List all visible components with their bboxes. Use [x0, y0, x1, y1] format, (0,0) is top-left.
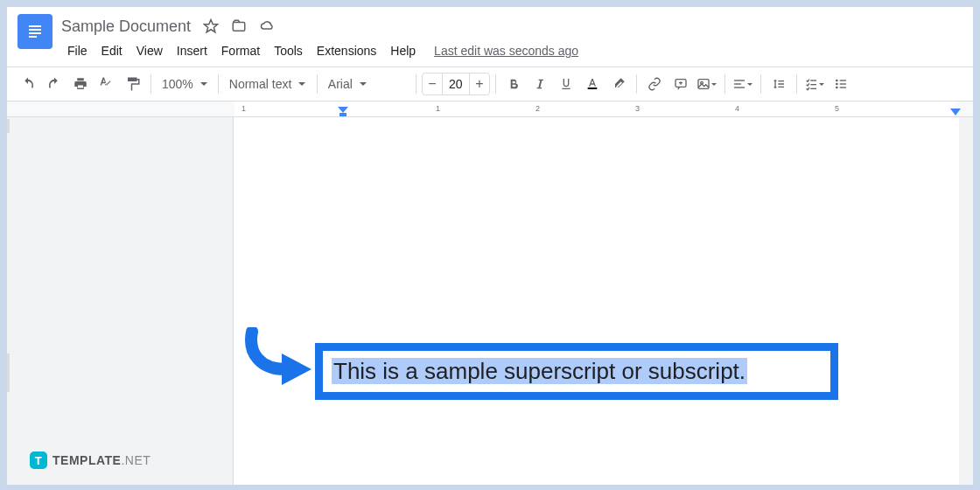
svg-rect-9 [698, 80, 709, 89]
highlight-icon[interactable] [606, 72, 631, 96]
svg-marker-25 [950, 108, 961, 116]
svg-point-19 [836, 87, 838, 89]
svg-marker-26 [282, 354, 312, 385]
canvas: This is a sample superscript or subscrip… [7, 117, 973, 485]
undo-icon[interactable] [16, 72, 40, 96]
image-icon[interactable] [695, 72, 719, 96]
zoom-value: 100% [162, 77, 193, 91]
ruler-tick: 2 [536, 104, 540, 113]
menu-extensions[interactable]: Extensions [311, 40, 382, 61]
svg-marker-5 [205, 20, 218, 32]
bold-icon[interactable] [501, 72, 526, 96]
zoom-dropdown[interactable]: 100% [157, 72, 213, 96]
vertical-guide [7, 354, 10, 392]
ruler-tick: 5 [835, 104, 839, 113]
font-size-input[interactable]: 20 [442, 74, 470, 94]
align-icon[interactable] [731, 72, 755, 96]
indent-marker[interactable] [338, 107, 348, 117]
ruler-tick: 1 [242, 104, 246, 113]
comment-icon[interactable] [668, 72, 693, 96]
svg-rect-11 [734, 80, 745, 80]
menu-tools[interactable]: Tools [268, 40, 309, 61]
menu-insert[interactable]: Insert [171, 40, 214, 61]
vertical-guide [7, 119, 10, 133]
watermark: T TEMPLATE.NET [30, 452, 150, 469]
font-dropdown[interactable]: Arial [323, 72, 410, 96]
svg-rect-3 [29, 32, 41, 34]
checklist-icon[interactable] [802, 72, 827, 96]
underline-icon[interactable] [554, 72, 578, 96]
doc-title[interactable]: Sample Document [61, 18, 191, 36]
style-dropdown[interactable]: Normal text [224, 72, 312, 96]
svg-rect-12 [734, 83, 741, 84]
svg-rect-1 [29, 25, 41, 27]
italic-icon[interactable] [528, 72, 552, 96]
caret-icon [298, 82, 305, 86]
ruler-tick: 3 [635, 104, 640, 113]
menu-edit[interactable]: Edit [95, 40, 129, 61]
svg-rect-2 [29, 29, 41, 31]
menu-format[interactable]: Format [215, 40, 266, 61]
ruler-tick: 1 [436, 104, 440, 113]
annotation-box: This is a sample superscript or subscrip… [315, 343, 838, 400]
watermark-icon: T [30, 452, 47, 469]
text-color-icon[interactable] [580, 72, 605, 96]
move-icon[interactable] [231, 18, 247, 34]
menu-view[interactable]: View [130, 40, 169, 61]
svg-rect-7 [587, 88, 597, 89]
bullet-list-icon[interactable] [829, 72, 853, 96]
watermark-suffix: .NET [121, 453, 150, 467]
redo-icon[interactable] [42, 72, 66, 96]
caret-icon [200, 82, 207, 86]
svg-point-17 [836, 80, 838, 82]
last-edit-link[interactable]: Last edit was seconds ago [434, 44, 578, 58]
page[interactable] [233, 117, 959, 485]
line-spacing-icon[interactable] [766, 72, 791, 96]
font-size-group: − 20 + [422, 73, 490, 95]
svg-rect-15 [811, 84, 817, 85]
link-icon[interactable] [642, 72, 667, 96]
ruler[interactable]: 1 1 2 3 4 5 [7, 102, 973, 117]
cloud-icon[interactable] [259, 18, 276, 34]
document-text[interactable]: This is a sample superscript or subscrip… [332, 358, 747, 384]
font-size-increase[interactable]: + [470, 76, 489, 92]
tab-marker[interactable] [950, 108, 961, 117]
svg-rect-22 [839, 87, 845, 88]
watermark-brand: TEMPLATE [52, 453, 121, 467]
ruler-tick: 4 [735, 104, 739, 113]
svg-rect-21 [839, 83, 845, 84]
svg-rect-14 [811, 80, 817, 80]
toolbar: 100% Normal text Arial − 20 + [7, 66, 973, 102]
font-value: Arial [328, 77, 353, 91]
font-size-decrease[interactable]: − [423, 76, 442, 92]
menu-help[interactable]: Help [384, 40, 422, 61]
svg-rect-4 [29, 36, 37, 38]
svg-rect-13 [734, 87, 745, 88]
svg-rect-24 [340, 113, 346, 116]
svg-marker-23 [338, 107, 348, 113]
paint-format-icon[interactable] [121, 72, 145, 96]
star-icon[interactable] [203, 18, 219, 34]
svg-rect-20 [839, 80, 845, 80]
svg-rect-16 [811, 88, 817, 89]
menu-file[interactable]: File [61, 40, 94, 61]
svg-rect-6 [233, 23, 245, 32]
svg-point-18 [836, 83, 838, 86]
caret-icon [360, 82, 367, 86]
spellcheck-icon[interactable] [94, 72, 119, 96]
annotation-arrow-icon [243, 327, 313, 397]
style-value: Normal text [229, 77, 292, 91]
docs-logo[interactable] [18, 14, 52, 49]
print-icon[interactable] [68, 72, 93, 96]
